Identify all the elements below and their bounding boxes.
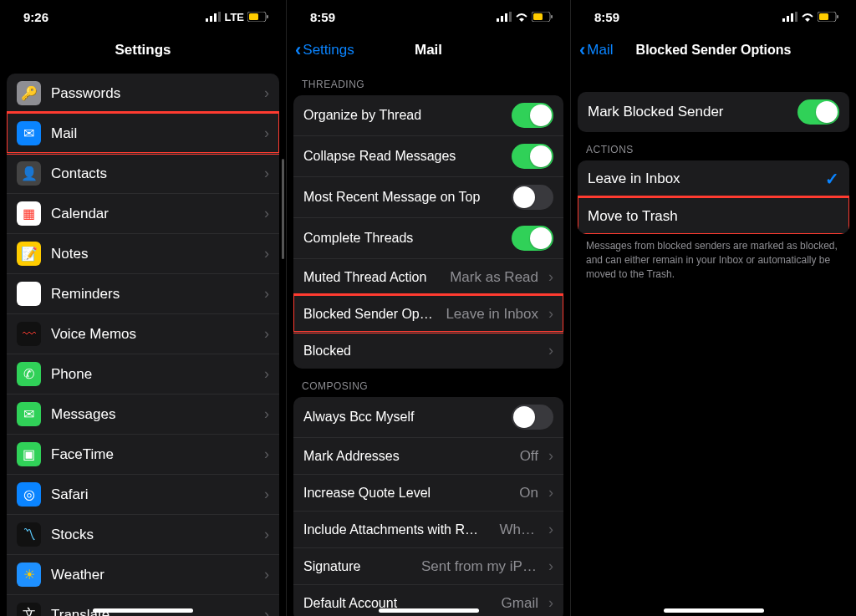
row-label: Always Bcc Myself — [303, 410, 502, 425]
toggle-switch[interactable] — [512, 103, 553, 128]
row-detail: Whe… — [499, 522, 538, 538]
row-complete-threads[interactable]: Complete Threads — [293, 217, 563, 258]
row-most-recent-top[interactable]: Most Recent Message on Top — [293, 176, 563, 217]
svg-rect-12 — [533, 13, 543, 20]
nav-title-row: ‹ Settings Mail — [287, 33, 570, 67]
wifi-icon — [801, 10, 814, 24]
row-always-bcc[interactable]: Always Bcc Myself — [293, 397, 563, 437]
contacts-icon: 👤 — [17, 161, 41, 186]
toggle-switch[interactable] — [512, 185, 553, 210]
row-muted-thread-action[interactable]: Muted Thread Action Mark as Read › — [293, 258, 563, 295]
chevron-right-icon: › — [264, 566, 269, 583]
row-increase-quote[interactable]: Increase Quote Level On › — [293, 474, 563, 511]
composing-group: Always Bcc Myself Mark Addresses Off › I… — [293, 397, 563, 616]
battery-icon — [247, 10, 269, 24]
toggle-switch[interactable] — [512, 226, 553, 251]
row-label: Reminders — [51, 286, 254, 303]
toggle-switch[interactable] — [512, 405, 553, 430]
page-title: Settings — [115, 42, 171, 59]
chevron-right-icon: › — [548, 594, 553, 612]
row-label: Blocked Sender Options — [303, 307, 436, 322]
row-blocked-sender-options[interactable]: Blocked Sender Options Leave in Inbox › — [293, 295, 563, 332]
chevron-right-icon: › — [264, 445, 269, 463]
row-messages[interactable]: ✉︎ Messages › — [7, 394, 279, 434]
status-time: 8:59 — [310, 10, 335, 24]
svg-rect-13 — [551, 15, 553, 18]
chevron-right-icon: › — [548, 447, 553, 465]
facetime-icon: ▣ — [17, 442, 41, 466]
signal-icon — [206, 10, 221, 24]
back-button[interactable]: ‹ Settings — [295, 41, 354, 59]
row-leave-in-inbox[interactable]: Leave in Inbox ✓ — [578, 160, 849, 197]
chevron-left-icon: ‹ — [579, 41, 585, 59]
row-safari[interactable]: ◎ Safari › — [7, 474, 279, 514]
battery-icon — [532, 10, 553, 24]
actions-footer: Messages from blocked senders are marked… — [571, 234, 856, 286]
row-label: Stocks — [51, 527, 254, 543]
row-calendar[interactable]: ▦ Calendar › — [7, 193, 279, 233]
messages-icon: ✉︎ — [17, 402, 41, 426]
row-stocks[interactable]: 〽︎ Stocks › — [7, 514, 279, 554]
row-blocked[interactable]: Blocked › — [293, 332, 563, 369]
row-signature[interactable]: Signature Sent from my iPhone › — [293, 547, 563, 584]
toggle-switch[interactable] — [512, 144, 553, 169]
actions-group: Leave in Inbox ✓ Move to Trash — [578, 160, 849, 234]
row-mark-addresses[interactable]: Mark Addresses Off › — [293, 437, 563, 474]
row-contacts[interactable]: 👤 Contacts › — [7, 153, 279, 193]
actions-header: ACTIONS — [571, 132, 856, 160]
row-label: FaceTime — [51, 446, 254, 463]
threading-group: Organize by Thread Collapse Read Message… — [293, 95, 563, 369]
row-reminders[interactable]: ☑︎ Reminders › — [7, 273, 279, 313]
home-indicator[interactable] — [379, 608, 479, 613]
chevron-right-icon: › — [264, 325, 269, 343]
scrollbar[interactable] — [282, 159, 284, 259]
back-label: Mail — [587, 42, 613, 59]
svg-rect-8 — [501, 16, 503, 22]
chevron-right-icon: › — [548, 521, 553, 538]
row-notes[interactable]: 📝 Notes › — [7, 233, 279, 273]
toggle-switch[interactable] — [797, 99, 839, 125]
row-mark-blocked-sender[interactable]: Mark Blocked Sender — [578, 92, 849, 132]
row-label: Move to Trash — [588, 208, 839, 225]
page-title: Mail — [415, 42, 442, 59]
row-phone[interactable]: ✆ Phone › — [7, 354, 279, 394]
chevron-right-icon: › — [264, 526, 269, 543]
svg-rect-17 — [795, 12, 797, 22]
row-organize-by-thread[interactable]: Organize by Thread — [293, 95, 563, 135]
composing-header: COMPOSING — [287, 369, 570, 397]
row-include-attachments[interactable]: Include Attachments with Replies Whe… › — [293, 511, 563, 547]
row-move-to-trash[interactable]: Move to Trash — [578, 197, 849, 234]
svg-rect-10 — [509, 12, 512, 22]
notes-icon: 📝 — [17, 242, 41, 266]
row-label: Mark Blocked Sender — [588, 104, 787, 120]
svg-rect-7 — [497, 18, 499, 22]
row-label: Weather — [51, 567, 254, 583]
svg-rect-6 — [267, 15, 268, 18]
calendar-icon: ▦ — [17, 201, 41, 226]
row-detail: Off — [520, 448, 538, 465]
row-passwords[interactable]: 🔑 Passwords › — [7, 74, 279, 113]
row-label: Muted Thread Action — [303, 270, 440, 285]
row-label: Passwords — [51, 85, 254, 102]
row-mail[interactable]: ✉︎ Mail › — [7, 113, 279, 153]
row-collapse-read[interactable]: Collapse Read Messages — [293, 135, 563, 176]
home-indicator[interactable] — [93, 608, 193, 613]
home-indicator[interactable] — [664, 608, 764, 613]
svg-rect-5 — [249, 13, 258, 20]
row-label: Blocked — [303, 344, 538, 359]
chevron-right-icon: › — [264, 245, 269, 262]
chevron-right-icon: › — [264, 84, 269, 102]
page-title: Blocked Sender Options — [636, 43, 792, 58]
row-label: Mail — [51, 125, 254, 142]
row-weather[interactable]: ☀︎ Weather › — [7, 554, 279, 594]
status-bar: 8:59 — [287, 0, 570, 33]
row-label: Include Attachments with Replies — [303, 522, 479, 537]
weather-icon: ☀︎ — [17, 563, 41, 587]
row-label: Collapse Read Messages — [303, 149, 502, 164]
row-voice-memos[interactable]: 〰︎ Voice Memos › — [7, 313, 279, 354]
chevron-left-icon: ‹ — [295, 41, 301, 59]
back-button[interactable]: ‹ Mail — [579, 41, 614, 59]
row-translate[interactable]: 文 Translate › — [7, 594, 279, 616]
row-facetime[interactable]: ▣ FaceTime › — [7, 434, 279, 474]
row-label: Notes — [51, 246, 254, 262]
